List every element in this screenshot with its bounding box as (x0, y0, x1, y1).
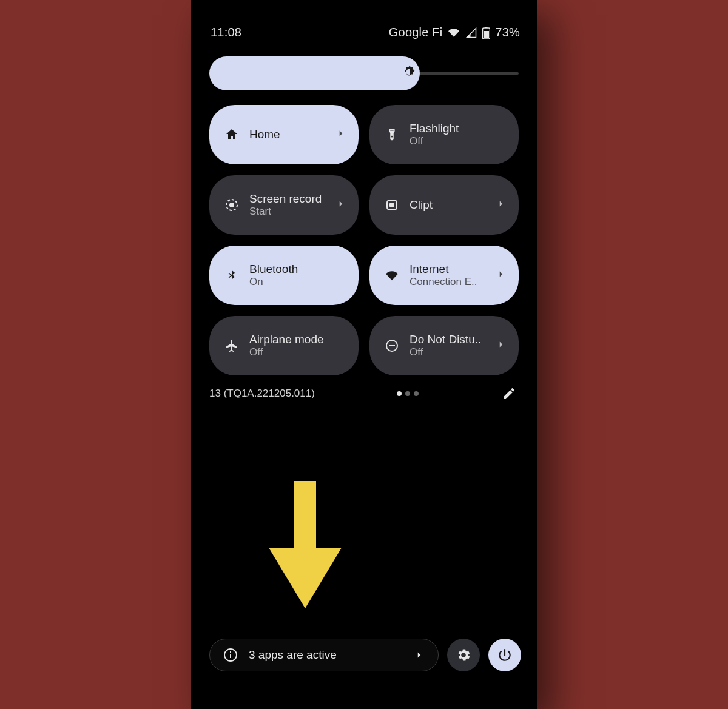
tile-dnd[interactable]: Do Not Distu.. Off (369, 316, 519, 375)
home-icon (224, 127, 240, 142)
power-button[interactable] (488, 639, 521, 671)
status-bar: 11:08 Google Fi 73% (191, 17, 537, 48)
tile-sub: Start (249, 206, 326, 218)
phone-frame: 11:08 Google Fi 73% Home (191, 0, 537, 709)
info-icon (223, 648, 238, 662)
tile-airplane[interactable]: Airplane mode Off (209, 316, 359, 375)
tile-label: Do Not Distu.. (410, 333, 486, 346)
status-right: Google Fi 73% (389, 25, 520, 39)
airplane-icon (224, 338, 240, 353)
svg-rect-8 (389, 345, 395, 346)
bluetooth-icon (224, 267, 240, 283)
tile-label: Airplane mode (249, 333, 346, 346)
tile-sub: Connection E.. (410, 276, 486, 288)
tile-bluetooth[interactable]: Bluetooth On (209, 246, 359, 305)
clipt-icon (384, 198, 400, 212)
svg-rect-1 (485, 27, 488, 28)
flashlight-icon (384, 127, 400, 142)
tile-sub: Off (410, 346, 486, 358)
wifi-solid-icon (384, 269, 400, 281)
tile-label: Flashlight (410, 122, 507, 135)
svg-rect-6 (389, 203, 394, 207)
chevron-right-icon (496, 269, 507, 282)
status-carrier: Google Fi (389, 25, 443, 39)
qs-tiles: Home Flashlight Off Screen record Start (191, 96, 537, 375)
bottom-bar: 3 apps are active (191, 639, 537, 671)
chevron-right-icon (335, 198, 346, 212)
battery-icon (482, 27, 490, 39)
status-time: 11:08 (211, 25, 241, 39)
tile-clipt[interactable]: Clipt (369, 175, 519, 235)
tile-sub: Off (249, 346, 346, 358)
brightness-slider[interactable] (191, 48, 537, 96)
build-label: 13 (TQ1A.221205.011) (209, 388, 315, 400)
tile-sub: Off (410, 135, 507, 147)
tile-label: Clipt (410, 198, 486, 212)
tile-label: Internet (410, 263, 486, 276)
tile-flashlight[interactable]: Flashlight Off (369, 105, 519, 164)
active-apps-pill[interactable]: 3 apps are active (209, 639, 439, 671)
active-apps-label: 3 apps are active (249, 648, 403, 662)
svg-rect-11 (230, 654, 231, 658)
annotation-arrow-icon (263, 481, 348, 617)
edit-button[interactable] (500, 386, 517, 401)
chevron-right-icon (335, 128, 346, 141)
wifi-icon (447, 27, 460, 38)
svg-rect-12 (230, 651, 231, 653)
svg-rect-2 (484, 31, 489, 38)
chevron-right-icon (414, 650, 425, 660)
tile-internet[interactable]: Internet Connection E.. (369, 246, 519, 305)
svg-point-4 (229, 203, 234, 207)
chevron-right-icon (496, 339, 507, 352)
page-dots[interactable] (315, 391, 500, 396)
tile-sub: On (249, 276, 346, 288)
tile-label: Home (249, 128, 326, 141)
record-icon (224, 198, 240, 212)
signal-icon (465, 27, 477, 38)
tile-home[interactable]: Home (209, 105, 359, 164)
svg-marker-9 (269, 481, 342, 608)
tile-label: Bluetooth (249, 263, 346, 276)
qs-footer: 13 (TQ1A.221205.011) (191, 375, 537, 401)
gear-icon (456, 647, 471, 663)
brightness-icon (401, 64, 418, 83)
tile-label: Screen record (249, 192, 326, 206)
power-icon (497, 647, 513, 663)
settings-button[interactable] (447, 639, 480, 671)
dnd-icon (384, 338, 400, 353)
status-battery: 73% (495, 25, 520, 39)
tile-screen-record[interactable]: Screen record Start (209, 175, 359, 235)
chevron-right-icon (496, 198, 507, 212)
